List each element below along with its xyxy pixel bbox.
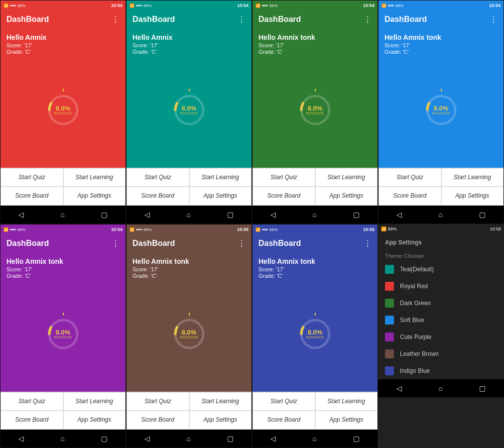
- wifi-icon: 📶: [129, 3, 134, 8]
- home-button[interactable]: ⌂: [312, 211, 316, 219]
- back-button[interactable]: ◁: [18, 435, 24, 443]
- menu-icon[interactable]: ⋮: [364, 15, 372, 24]
- theme-item-3[interactable]: Soft Blue: [378, 312, 504, 329]
- recents-button[interactable]: ▢: [227, 211, 234, 219]
- status-icons-left: 📶 ▾▾▾ 89%: [129, 3, 151, 8]
- back-button[interactable]: ◁: [270, 435, 276, 443]
- theme-swatch-6: [385, 366, 394, 375]
- score-board-button[interactable]: Score Board: [126, 187, 189, 206]
- back-button[interactable]: ◁: [270, 211, 276, 219]
- status-time: 10:54: [489, 3, 501, 8]
- theme-item-5[interactable]: Leather Brown: [378, 345, 504, 362]
- start-learning-button[interactable]: Start Learning: [189, 392, 252, 411]
- home-button[interactable]: ⌂: [438, 211, 442, 219]
- back-button[interactable]: ◁: [144, 435, 150, 443]
- gauge-area: 8.0% NOVOICE: [258, 279, 372, 389]
- dashboard-content: Hello Amnix tonkScore: '17'Grade: 'C' 8.…: [252, 28, 378, 168]
- start-learning-button[interactable]: Start Learning: [315, 392, 378, 411]
- nav-bar: ◁ ⌂ ▢: [252, 430, 378, 448]
- theme-item-0[interactable]: Teal(Default): [378, 261, 504, 278]
- theme-item-4[interactable]: Cute Purple: [378, 329, 504, 345]
- grade-text: Grade: 'C': [132, 49, 246, 55]
- start-quiz-button[interactable]: Start Quiz: [0, 392, 63, 411]
- wifi-icon: 📶: [3, 3, 8, 8]
- gauge-percent: 8.0%: [180, 105, 198, 112]
- nav-bar: ◁ ⌂ ▢: [126, 206, 252, 224]
- battery-icon: 89%: [17, 3, 25, 8]
- recents-button[interactable]: ▢: [353, 211, 360, 219]
- start-quiz-button[interactable]: Start Quiz: [252, 168, 315, 187]
- app-title: DashBoard: [6, 15, 49, 24]
- start-quiz-button[interactable]: Start Quiz: [0, 168, 63, 187]
- theme-item-1[interactable]: Royal Red: [378, 278, 504, 295]
- app-settings-button[interactable]: App Settings: [63, 411, 126, 430]
- app-settings-button[interactable]: App Settings: [189, 411, 252, 430]
- greeting-text: Hello Amnix: [6, 33, 120, 41]
- dashboard-content: Hello Amnix tonkScore: '17'Grade: 'C' 8.…: [126, 252, 252, 392]
- theme-swatch-3: [385, 316, 394, 325]
- status-icons-left: 📶 ▾▾▾ 89%: [3, 227, 25, 232]
- score-board-button[interactable]: Score Board: [378, 187, 441, 206]
- start-quiz-button[interactable]: Start Quiz: [126, 392, 189, 411]
- start-quiz-button[interactable]: Start Quiz: [126, 168, 189, 187]
- theme-swatch-1: [385, 282, 394, 291]
- app-settings-button[interactable]: App Settings: [63, 187, 126, 206]
- back-button[interactable]: ◁: [396, 384, 402, 392]
- theme-label-0: Teal(Default): [400, 266, 434, 273]
- home-button[interactable]: ⌂: [186, 435, 190, 443]
- app-settings-button[interactable]: App Settings: [315, 411, 378, 430]
- score-board-button[interactable]: Score Board: [0, 411, 63, 430]
- home-button[interactable]: ⌂: [60, 211, 64, 219]
- buttons-grid: Start QuizStart LearningScore BoardApp S…: [0, 392, 126, 430]
- start-learning-button[interactable]: Start Learning: [189, 168, 252, 187]
- score-text: Score: '17': [132, 42, 246, 48]
- status-bar: 📶 ▾▾▾ 89% 10:54: [0, 224, 126, 234]
- menu-icon[interactable]: ⋮: [112, 239, 120, 248]
- wifi-icon: 📶: [255, 227, 260, 232]
- back-button[interactable]: ◁: [144, 211, 150, 219]
- app-bar: DashBoard ⋮: [0, 10, 126, 28]
- theme-item-6[interactable]: Indigo Blue: [378, 362, 504, 379]
- recents-button[interactable]: ▢: [101, 435, 108, 443]
- score-board-button[interactable]: Score Board: [0, 187, 63, 206]
- app-bar: DashBoard ⋮: [126, 10, 252, 28]
- app-title: DashBoard: [132, 239, 175, 248]
- home-button[interactable]: ⌂: [60, 435, 64, 443]
- menu-icon[interactable]: ⋮: [490, 15, 498, 24]
- start-learning-button[interactable]: Start Learning: [315, 168, 378, 187]
- score-board-button[interactable]: Score Board: [252, 187, 315, 206]
- app-settings-button[interactable]: App Settings: [315, 187, 378, 206]
- score-board-button[interactable]: Score Board: [252, 411, 315, 430]
- gauge-percent: 8.0%: [54, 105, 72, 112]
- start-quiz-button[interactable]: Start Quiz: [378, 168, 441, 187]
- menu-icon[interactable]: ⋮: [112, 15, 120, 24]
- gauge-label: NOVOICE: [54, 336, 72, 339]
- start-learning-button[interactable]: Start Learning: [441, 168, 504, 187]
- start-quiz-button[interactable]: Start Quiz: [252, 392, 315, 411]
- home-button[interactable]: ⌂: [312, 435, 316, 443]
- tick-mark: [189, 313, 190, 316]
- recents-button[interactable]: ▢: [227, 435, 234, 443]
- tick-mark: [315, 89, 316, 92]
- menu-icon[interactable]: ⋮: [238, 239, 246, 248]
- back-button[interactable]: ◁: [18, 211, 24, 219]
- recents-button[interactable]: ▢: [479, 211, 486, 219]
- greeting-text: Hello Amnix tonk: [6, 257, 120, 265]
- back-button[interactable]: ◁: [396, 211, 402, 219]
- app-settings-button[interactable]: App Settings: [441, 187, 504, 206]
- recents-button[interactable]: ▢: [353, 435, 360, 443]
- recents-button[interactable]: ▢: [479, 384, 486, 392]
- score-board-button[interactable]: Score Board: [126, 411, 189, 430]
- menu-icon[interactable]: ⋮: [364, 239, 372, 248]
- nav-bar: ◁ ⌂ ▢: [0, 206, 126, 224]
- recents-button[interactable]: ▢: [101, 211, 108, 219]
- tick-mark: [441, 89, 442, 92]
- start-learning-button[interactable]: Start Learning: [63, 168, 126, 187]
- app-settings-button[interactable]: App Settings: [189, 187, 252, 206]
- home-button[interactable]: ⌂: [438, 384, 442, 392]
- gauge-area: 8.0% NOVOICE: [6, 279, 120, 389]
- menu-icon[interactable]: ⋮: [238, 15, 246, 24]
- theme-item-2[interactable]: Dark Green: [378, 295, 504, 312]
- home-button[interactable]: ⌂: [186, 211, 190, 219]
- start-learning-button[interactable]: Start Learning: [63, 392, 126, 411]
